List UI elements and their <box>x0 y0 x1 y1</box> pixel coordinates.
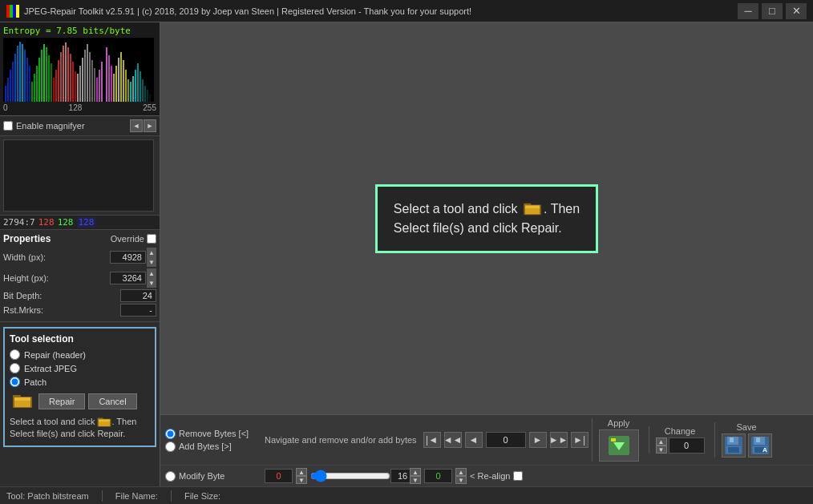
width-label: Width (px): <box>3 252 46 262</box>
magnifier-left-btn[interactable]: ◄ <box>130 119 143 132</box>
svg-rect-9 <box>17 46 18 102</box>
svg-rect-20 <box>43 44 45 102</box>
svg-rect-14 <box>29 66 30 102</box>
save-as-icon: A <box>750 436 770 455</box>
properties-header: Properties Override <box>3 233 156 244</box>
svg-rect-34 <box>77 74 79 102</box>
svg-rect-21 <box>46 47 47 102</box>
modify-byte-radio[interactable] <box>165 471 176 482</box>
svg-rect-10 <box>19 42 21 102</box>
cancel-button[interactable]: Cancel <box>88 393 136 409</box>
nav-next-large-btn[interactable]: ►► <box>550 432 568 448</box>
coord-r: 128 <box>38 217 55 228</box>
tool-patch-radio[interactable] <box>10 377 20 387</box>
width-value: 4928 <box>110 251 146 264</box>
svg-rect-44 <box>101 62 103 102</box>
width-spin-up[interactable]: ▲ <box>147 248 156 257</box>
tool-extract-radio[interactable] <box>10 363 20 373</box>
status-filesize: File Size: <box>184 491 220 501</box>
modify-green-input[interactable] <box>424 469 452 483</box>
green-down-btn[interactable]: ▼ <box>455 476 467 484</box>
instruction-line2: . Then <box>544 202 580 216</box>
remove-bytes-label: Remove Bytes [<] <box>179 429 249 438</box>
patch-radio-row[interactable]: Patch <box>10 377 150 387</box>
save-disk-btn[interactable] <box>722 433 746 458</box>
svg-rect-57 <box>132 76 134 102</box>
svg-rect-39 <box>89 52 91 102</box>
svg-rect-12 <box>24 50 26 102</box>
add-bytes-label: Add Bytes [>] <box>179 442 232 451</box>
open-folder-button[interactable] <box>10 392 35 411</box>
svg-rect-37 <box>84 50 86 102</box>
repair-button[interactable]: Repair <box>38 393 85 409</box>
svg-rect-45 <box>103 54 105 102</box>
svg-rect-25 <box>55 70 57 102</box>
svg-rect-1 <box>10 5 13 18</box>
svg-rect-30 <box>67 47 69 102</box>
nav-prev-btn[interactable]: ◄ <box>465 432 483 448</box>
titlebar-left: JPEG-Repair Toolkit v2.5.91 | (c) 2018, … <box>6 5 471 18</box>
svg-rect-38 <box>87 44 88 102</box>
instruction-line3: Select file(s) and click Repair. <box>394 221 562 235</box>
red-down-btn[interactable]: ▼ <box>296 476 307 484</box>
slider-down-btn[interactable]: ▼ <box>410 476 421 484</box>
bitdepth-row: Bit Depth: 24 <box>3 289 156 302</box>
svg-rect-82 <box>730 437 734 442</box>
svg-rect-2 <box>13 5 16 18</box>
svg-rect-76 <box>525 206 540 209</box>
height-label: Height (px): <box>3 273 49 283</box>
remove-bytes-radio[interactable] <box>165 429 176 439</box>
svg-rect-29 <box>65 42 67 102</box>
tool-repair-radio[interactable] <box>10 349 20 360</box>
svg-rect-87 <box>756 437 760 442</box>
svg-rect-52 <box>120 52 122 102</box>
nav-last-btn[interactable]: ►| <box>571 432 589 448</box>
modify-slider[interactable] <box>310 470 390 482</box>
nav-next-btn[interactable]: ► <box>529 432 547 448</box>
save-as-btn[interactable]: A <box>748 433 772 458</box>
bottom-toolbar: Remove Bytes [<] Add Bytes [>] Navigate … <box>160 414 813 486</box>
repair-header-radio-row[interactable]: Repair (header) <box>10 349 150 360</box>
change-up-btn[interactable]: ▲ <box>656 437 667 446</box>
realign-label: < Re-align <box>470 471 510 481</box>
svg-rect-32 <box>72 62 74 102</box>
realign-checkbox[interactable] <box>513 471 523 481</box>
histogram-area: Entropy = 7.85 bits/byte // This will be… <box>0 22 160 116</box>
magnifier-right-btn[interactable]: ► <box>144 119 156 132</box>
extract-jpeg-radio-row[interactable]: Extract JPEG <box>10 363 150 373</box>
nav-first-btn[interactable]: |◄ <box>423 432 441 448</box>
change-down-btn[interactable]: ▼ <box>656 446 667 454</box>
green-up-btn[interactable]: ▲ <box>455 468 467 476</box>
add-bytes-radio[interactable] <box>165 442 176 452</box>
override-checkbox[interactable] <box>147 234 156 244</box>
apply-button[interactable] <box>599 429 639 462</box>
modify-red-input[interactable] <box>265 469 293 483</box>
nav-prev-large-btn[interactable]: ◄◄ <box>444 432 462 448</box>
nav-value-input[interactable] <box>486 432 526 448</box>
tool-selection-panel: Tool selection Repair (header) Extract J… <box>3 327 156 447</box>
height-spin-up[interactable]: ▲ <box>147 268 156 278</box>
titlebar-controls: ─ □ ✕ <box>738 3 807 19</box>
modify-row: Modify Byte ▲ ▼ ▲ ▼ <box>160 466 813 486</box>
close-button[interactable]: ✕ <box>786 3 807 19</box>
save-label: Save <box>737 422 757 432</box>
red-up-btn[interactable]: ▲ <box>296 468 307 476</box>
svg-rect-55 <box>127 79 129 102</box>
svg-rect-40 <box>91 60 93 102</box>
svg-rect-19 <box>41 50 42 102</box>
width-spin-down[interactable]: ▼ <box>147 257 156 267</box>
histogram-svg: // This will be rendered by the SVG <box>3 38 154 102</box>
folder-icon <box>13 393 32 409</box>
slider-up-btn[interactable]: ▲ <box>410 468 421 476</box>
statusbar: Tool: Patch bitstream File Name: File Si… <box>0 486 813 504</box>
svg-rect-18 <box>38 58 40 102</box>
maximize-button[interactable]: □ <box>762 3 783 19</box>
svg-rect-11 <box>22 44 23 102</box>
override-label: Override <box>111 234 144 244</box>
magnifier-checkbox[interactable] <box>3 121 13 131</box>
height-spin-down[interactable]: ▼ <box>147 278 156 288</box>
change-value-input[interactable] <box>669 437 705 454</box>
apply-section: Apply <box>592 418 645 462</box>
minimize-button[interactable]: ─ <box>738 3 758 19</box>
svg-rect-61 <box>142 79 144 102</box>
